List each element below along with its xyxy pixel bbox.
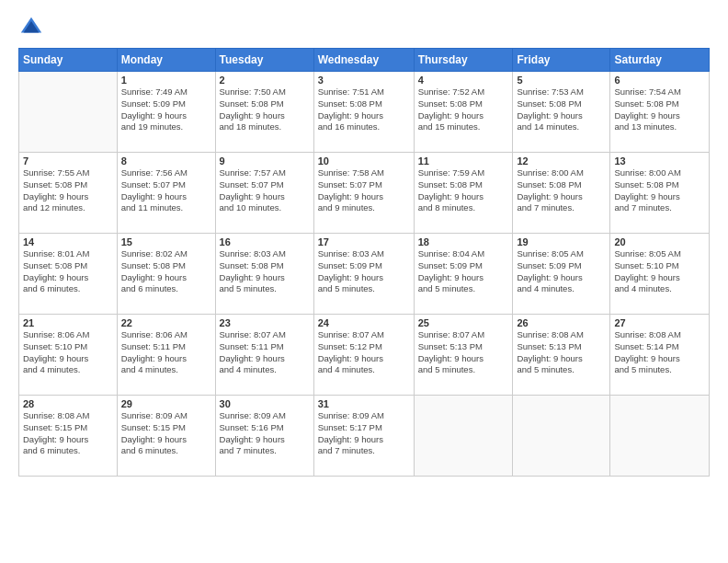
calendar-cell: 20Sunrise: 8:05 AM Sunset: 5:10 PM Dayli…	[610, 234, 710, 315]
day-number: 31	[318, 398, 410, 409]
weekday-header: Friday	[513, 49, 610, 72]
day-number: 13	[614, 155, 705, 167]
calendar: SundayMondayTuesdayWednesdayThursdayFrid…	[18, 48, 710, 477]
day-number: 24	[318, 317, 410, 328]
calendar-cell: 10Sunrise: 7:58 AM Sunset: 5:07 PM Dayli…	[313, 153, 414, 234]
calendar-cell: 2Sunrise: 7:50 AM Sunset: 5:08 PM Daylig…	[215, 72, 313, 153]
calendar-cell: 16Sunrise: 8:03 AM Sunset: 5:08 PM Dayli…	[215, 234, 313, 315]
calendar-cell: 3Sunrise: 7:51 AM Sunset: 5:08 PM Daylig…	[313, 72, 414, 153]
calendar-cell: 21Sunrise: 8:06 AM Sunset: 5:10 PM Dayli…	[19, 315, 118, 396]
calendar-week-row: 7Sunrise: 7:55 AM Sunset: 5:08 PM Daylig…	[19, 153, 710, 234]
calendar-cell: 14Sunrise: 8:01 AM Sunset: 5:08 PM Dayli…	[19, 234, 118, 315]
weekday-header: Thursday	[414, 49, 513, 72]
calendar-cell: 31Sunrise: 8:09 AM Sunset: 5:17 PM Dayli…	[313, 396, 414, 477]
day-number: 8	[121, 155, 211, 167]
day-info: Sunrise: 7:50 AM Sunset: 5:08 PM Dayligh…	[220, 86, 310, 133]
day-info: Sunrise: 8:09 AM Sunset: 5:16 PM Dayligh…	[220, 410, 310, 457]
day-info: Sunrise: 8:06 AM Sunset: 5:10 PM Dayligh…	[23, 329, 113, 376]
day-info: Sunrise: 8:07 AM Sunset: 5:11 PM Dayligh…	[220, 329, 310, 376]
calendar-cell: 9Sunrise: 7:57 AM Sunset: 5:07 PM Daylig…	[215, 153, 313, 234]
day-info: Sunrise: 8:02 AM Sunset: 5:08 PM Dayligh…	[121, 248, 211, 295]
calendar-cell: 4Sunrise: 7:52 AM Sunset: 5:08 PM Daylig…	[414, 72, 513, 153]
day-info: Sunrise: 8:08 AM Sunset: 5:14 PM Dayligh…	[614, 329, 705, 376]
day-number: 11	[418, 155, 509, 167]
day-number: 20	[614, 236, 705, 247]
calendar-cell: 15Sunrise: 8:02 AM Sunset: 5:08 PM Dayli…	[117, 234, 215, 315]
day-info: Sunrise: 7:52 AM Sunset: 5:08 PM Dayligh…	[418, 86, 509, 133]
day-info: Sunrise: 8:08 AM Sunset: 5:15 PM Dayligh…	[23, 410, 113, 457]
day-info: Sunrise: 8:06 AM Sunset: 5:11 PM Dayligh…	[121, 329, 211, 376]
calendar-cell: 5Sunrise: 7:53 AM Sunset: 5:08 PM Daylig…	[513, 72, 610, 153]
day-info: Sunrise: 8:09 AM Sunset: 5:15 PM Dayligh…	[121, 410, 211, 457]
day-info: Sunrise: 8:00 AM Sunset: 5:08 PM Dayligh…	[517, 167, 606, 214]
day-info: Sunrise: 7:55 AM Sunset: 5:08 PM Dayligh…	[23, 167, 113, 214]
calendar-cell: 1Sunrise: 7:49 AM Sunset: 5:09 PM Daylig…	[117, 72, 215, 153]
calendar-cell: 13Sunrise: 8:00 AM Sunset: 5:08 PM Dayli…	[610, 153, 710, 234]
calendar-cell: 18Sunrise: 8:04 AM Sunset: 5:09 PM Dayli…	[414, 234, 513, 315]
calendar-cell: 22Sunrise: 8:06 AM Sunset: 5:11 PM Dayli…	[117, 315, 215, 396]
calendar-cell: 29Sunrise: 8:09 AM Sunset: 5:15 PM Dayli…	[117, 396, 215, 477]
day-number: 15	[121, 236, 211, 247]
day-number: 10	[318, 155, 410, 167]
weekday-header: Sunday	[19, 49, 118, 72]
day-info: Sunrise: 8:03 AM Sunset: 5:09 PM Dayligh…	[318, 248, 410, 295]
day-number: 5	[517, 75, 606, 86]
day-number: 2	[220, 75, 310, 86]
calendar-cell: 8Sunrise: 7:56 AM Sunset: 5:07 PM Daylig…	[117, 153, 215, 234]
calendar-cell: 6Sunrise: 7:54 AM Sunset: 5:08 PM Daylig…	[610, 72, 710, 153]
weekday-header: Wednesday	[313, 49, 414, 72]
logo-icon	[18, 15, 44, 40]
day-number: 9	[220, 155, 310, 167]
day-number: 27	[614, 317, 705, 328]
day-number: 30	[220, 398, 310, 409]
calendar-cell: 7Sunrise: 7:55 AM Sunset: 5:08 PM Daylig…	[19, 153, 118, 234]
calendar-cell: 26Sunrise: 8:08 AM Sunset: 5:13 PM Dayli…	[513, 315, 610, 396]
day-info: Sunrise: 8:03 AM Sunset: 5:08 PM Dayligh…	[220, 248, 310, 295]
day-info: Sunrise: 8:05 AM Sunset: 5:10 PM Dayligh…	[614, 248, 705, 295]
calendar-cell	[19, 72, 118, 153]
weekday-header: Saturday	[610, 49, 710, 72]
calendar-cell	[513, 396, 610, 477]
calendar-cell: 25Sunrise: 8:07 AM Sunset: 5:13 PM Dayli…	[414, 315, 513, 396]
logo	[18, 15, 48, 40]
day-info: Sunrise: 7:57 AM Sunset: 5:07 PM Dayligh…	[220, 167, 310, 214]
calendar-cell: 24Sunrise: 8:07 AM Sunset: 5:12 PM Dayli…	[313, 315, 414, 396]
page: SundayMondayTuesdayWednesdayThursdayFrid…	[0, 0, 728, 563]
calendar-week-row: 1Sunrise: 7:49 AM Sunset: 5:09 PM Daylig…	[19, 72, 710, 153]
weekday-header: Tuesday	[215, 49, 313, 72]
calendar-cell: 28Sunrise: 8:08 AM Sunset: 5:15 PM Dayli…	[19, 396, 118, 477]
day-number: 3	[318, 75, 410, 86]
day-number: 21	[23, 317, 113, 328]
day-number: 25	[418, 317, 509, 328]
day-info: Sunrise: 8:01 AM Sunset: 5:08 PM Dayligh…	[23, 248, 113, 295]
day-info: Sunrise: 8:07 AM Sunset: 5:12 PM Dayligh…	[318, 329, 410, 376]
day-number: 26	[517, 317, 606, 328]
day-number: 14	[23, 236, 113, 247]
day-number: 4	[418, 75, 509, 86]
day-number: 19	[517, 236, 606, 247]
calendar-week-row: 14Sunrise: 8:01 AM Sunset: 5:08 PM Dayli…	[19, 234, 710, 315]
day-info: Sunrise: 7:49 AM Sunset: 5:09 PM Dayligh…	[121, 86, 211, 133]
calendar-cell	[610, 396, 710, 477]
weekday-header-row: SundayMondayTuesdayWednesdayThursdayFrid…	[19, 49, 710, 72]
day-info: Sunrise: 7:53 AM Sunset: 5:08 PM Dayligh…	[517, 86, 606, 133]
header	[18, 15, 710, 40]
day-info: Sunrise: 8:09 AM Sunset: 5:17 PM Dayligh…	[318, 410, 410, 457]
day-number: 23	[220, 317, 310, 328]
day-info: Sunrise: 7:56 AM Sunset: 5:07 PM Dayligh…	[121, 167, 211, 214]
day-number: 12	[517, 155, 606, 167]
day-number: 22	[121, 317, 211, 328]
day-number: 17	[318, 236, 410, 247]
day-info: Sunrise: 8:07 AM Sunset: 5:13 PM Dayligh…	[418, 329, 509, 376]
day-info: Sunrise: 8:08 AM Sunset: 5:13 PM Dayligh…	[517, 329, 606, 376]
day-info: Sunrise: 8:00 AM Sunset: 5:08 PM Dayligh…	[614, 167, 705, 214]
day-info: Sunrise: 8:05 AM Sunset: 5:09 PM Dayligh…	[517, 248, 606, 295]
day-info: Sunrise: 7:51 AM Sunset: 5:08 PM Dayligh…	[318, 86, 410, 133]
day-info: Sunrise: 7:59 AM Sunset: 5:08 PM Dayligh…	[418, 167, 509, 214]
day-number: 18	[418, 236, 509, 247]
calendar-cell: 12Sunrise: 8:00 AM Sunset: 5:08 PM Dayli…	[513, 153, 610, 234]
calendar-cell: 11Sunrise: 7:59 AM Sunset: 5:08 PM Dayli…	[414, 153, 513, 234]
day-number: 6	[614, 75, 705, 86]
calendar-cell	[414, 396, 513, 477]
day-number: 16	[220, 236, 310, 247]
